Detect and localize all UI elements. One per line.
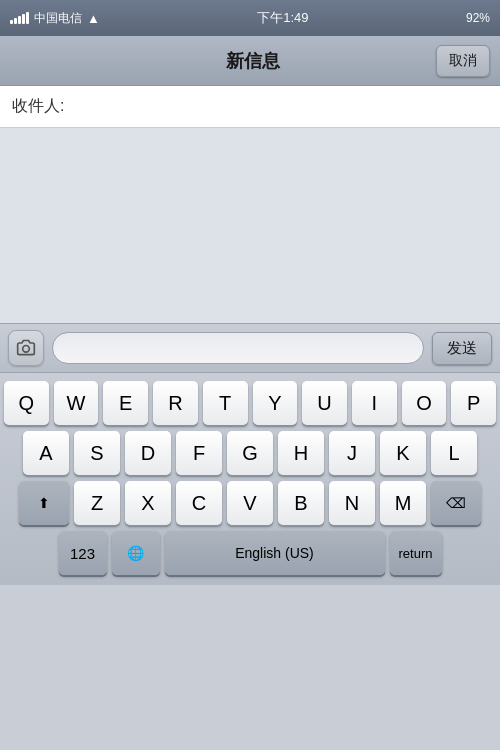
camera-button[interactable] [8, 330, 44, 366]
key-r[interactable]: R [153, 381, 198, 425]
key-p[interactable]: P [451, 381, 496, 425]
key-y[interactable]: Y [253, 381, 298, 425]
key-n[interactable]: N [329, 481, 375, 525]
message-body [0, 128, 500, 323]
carrier-label: 中国电信 [34, 10, 82, 27]
camera-icon [16, 338, 36, 358]
shift-key[interactable]: ⬆ [19, 481, 69, 525]
status-bar: 中国电信 ▲ 下午1:49 92% [0, 0, 500, 36]
key-u[interactable]: U [302, 381, 347, 425]
svg-point-0 [23, 346, 30, 353]
recipient-area: 收件人: [0, 86, 500, 128]
key-b[interactable]: B [278, 481, 324, 525]
key-z[interactable]: Z [74, 481, 120, 525]
nav-bar: 新信息 取消 [0, 36, 500, 86]
nav-title: 新信息 [70, 49, 436, 73]
key-row-3: ⬆ Z X C V B N M ⌫ [4, 481, 496, 525]
key-o[interactable]: O [402, 381, 447, 425]
key-e[interactable]: E [103, 381, 148, 425]
key-k[interactable]: K [380, 431, 426, 475]
key-d[interactable]: D [125, 431, 171, 475]
key-c[interactable]: C [176, 481, 222, 525]
signal-bars [10, 12, 29, 24]
status-battery: 92% [466, 11, 490, 25]
key-x[interactable]: X [125, 481, 171, 525]
key-row-4: 123 🌐 English (US) return [4, 531, 496, 575]
key-v[interactable]: V [227, 481, 273, 525]
key-l[interactable]: L [431, 431, 477, 475]
key-m[interactable]: M [380, 481, 426, 525]
keyboard: Q W E R T Y U I O P A S D F G H J K L ⬆ … [0, 373, 500, 585]
message-input-bar: 发送 [0, 323, 500, 373]
key-a[interactable]: A [23, 431, 69, 475]
key-g[interactable]: G [227, 431, 273, 475]
key-q[interactable]: Q [4, 381, 49, 425]
key-row-2: A S D F G H J K L [4, 431, 496, 475]
recipient-input[interactable] [64, 98, 488, 116]
key-h[interactable]: H [278, 431, 324, 475]
status-time: 下午1:49 [257, 9, 308, 27]
cancel-button[interactable]: 取消 [436, 45, 490, 77]
key-s[interactable]: S [74, 431, 120, 475]
key-i[interactable]: I [352, 381, 397, 425]
recipient-label: 收件人: [12, 96, 64, 117]
wifi-icon: ▲ [87, 11, 100, 26]
delete-key[interactable]: ⌫ [431, 481, 481, 525]
key-t[interactable]: T [203, 381, 248, 425]
message-text-input[interactable] [52, 332, 424, 364]
status-left: 中国电信 ▲ [10, 10, 100, 27]
key-row-1: Q W E R T Y U I O P [4, 381, 496, 425]
numbers-key[interactable]: 123 [59, 531, 107, 575]
send-button[interactable]: 发送 [432, 332, 492, 365]
space-key[interactable]: English (US) [165, 531, 385, 575]
key-j[interactable]: J [329, 431, 375, 475]
return-key[interactable]: return [390, 531, 442, 575]
key-f[interactable]: F [176, 431, 222, 475]
key-w[interactable]: W [54, 381, 99, 425]
globe-key[interactable]: 🌐 [112, 531, 160, 575]
